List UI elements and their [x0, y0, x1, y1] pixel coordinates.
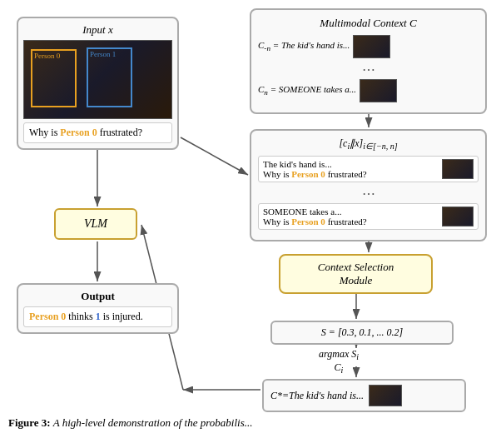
context-label-last: Cn = SOMEONE takes a...	[258, 84, 356, 97]
output-number: 1	[96, 311, 101, 322]
input-question: Why is Person 0 frustrated?	[23, 122, 172, 143]
context-title: Multimodal Context C	[258, 17, 479, 30]
context-thumb-first	[353, 35, 390, 58]
concat-row-last: SOMEONE takes a... Why is Person 0 frust…	[258, 203, 479, 230]
cstar-thumb	[369, 385, 402, 406]
concat-dots: ⋯	[258, 186, 479, 202]
context-row-last: Cn = SOMEONE takes a...	[258, 79, 479, 102]
person0-box: Person 0	[31, 49, 77, 107]
output-person: Person 0	[29, 311, 66, 322]
output-content: Person 0 thinks 1 is injured.	[23, 306, 172, 327]
vlm-box: VLM	[54, 208, 137, 240]
output-title: Output	[23, 290, 172, 303]
concat-box: [ci‖x]i∈[−n, n] The kid's hand is... Why…	[250, 129, 487, 241]
context-thumb-last	[360, 79, 397, 102]
context-label-first: C-n = The kid's hand is...	[258, 40, 350, 52]
diagram: Input x Person 0 Person 1 Why is Person …	[0, 0, 501, 433]
csm-box: Context SelectionModule	[279, 254, 433, 294]
score-box: S = [0.3, 0.1, ... 0.2]	[270, 321, 454, 345]
cstar-box: C*=The kid's hand is...	[262, 379, 466, 412]
context-row-first: C-n = The kid's hand is...	[258, 35, 479, 58]
concat-thumb-last	[442, 207, 474, 226]
input-box: Input x Person 0 Person 1 Why is Person …	[17, 17, 179, 150]
input-title: Input x	[23, 23, 172, 37]
svg-line-8	[181, 137, 248, 175]
output-box: Output Person 0 thinks 1 is injured.	[17, 283, 179, 334]
cstar-label: C*=The kid's hand is...	[270, 390, 364, 402]
concat-row-first: The kid's hand is... Why is Person 0 fru…	[258, 156, 479, 182]
score-label: S = [0.3, 0.1, ... 0.2]	[321, 326, 403, 338]
concat-thumb-first	[442, 159, 474, 179]
csm-label: Context SelectionModule	[318, 261, 394, 286]
argmax-box: argmax Si Ci	[319, 348, 359, 376]
argmax-label: argmax Si	[319, 348, 359, 361]
concat-title: [ci‖x]i∈[−n, n]	[258, 137, 479, 151]
argmax-sub: Ci	[319, 361, 359, 375]
concat-text-last: SOMEONE takes a... Why is Person 0 frust…	[263, 207, 439, 226]
concat-text-first: The kid's hand is... Why is Person 0 fru…	[263, 159, 439, 179]
vlm-label: VLM	[84, 217, 107, 231]
context-dots: ⋯	[258, 62, 479, 77]
input-image: Person 0 Person 1	[23, 40, 172, 119]
context-box: Multimodal Context C C-n = The kid's han…	[250, 8, 487, 114]
person0-ref: Person 0	[60, 127, 97, 138]
caption: Figure 3: A high-level demonstration of …	[0, 416, 501, 430]
person1-box: Person 1	[87, 47, 132, 107]
